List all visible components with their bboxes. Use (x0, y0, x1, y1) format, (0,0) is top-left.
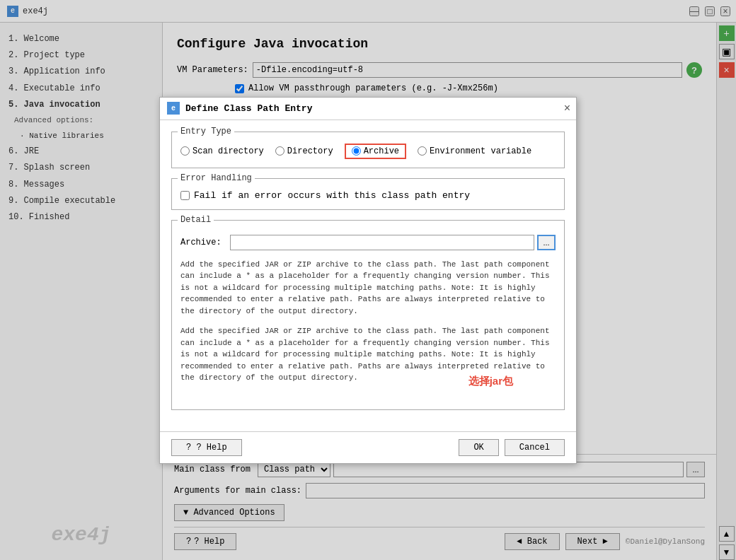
modal-footer: ? ? Help OK Cancel (160, 431, 576, 463)
radio-env-variable-input[interactable] (418, 146, 427, 156)
radio-scan-directory-label: Scan directory (192, 146, 264, 156)
entry-type-radio-row: Scan directory Directory Archive Environ… (180, 144, 556, 159)
radio-scan-directory-input[interactable] (180, 146, 190, 156)
error-handling-label: Fail if an error occurs with this class … (194, 190, 470, 201)
error-handling-section: Error Handling Fail if an error occurs w… (171, 178, 565, 210)
error-handling-checkbox[interactable] (180, 191, 190, 200)
modal-title: Define Class Path Entry (185, 103, 312, 114)
archive-input[interactable] (230, 235, 534, 250)
detail-section: Detail Archive: ... Add the specified JA… (171, 220, 565, 410)
modal-icon: e (167, 102, 180, 115)
archive-description: Add the specified JAR or ZIP archive to … (180, 259, 556, 317)
entry-type-legend: Entry Type (178, 127, 234, 136)
radio-env-variable[interactable]: Environment variable (418, 146, 531, 156)
error-handling-legend: Error Handling (178, 173, 255, 183)
detail-legend: Detail (178, 215, 214, 225)
modal-titlebar: e Define Class Path Entry × (160, 98, 576, 120)
radio-archive-label: Archive (364, 146, 399, 156)
radio-directory-label: Directory (287, 146, 333, 156)
modal-close-button[interactable]: × (564, 102, 570, 115)
radio-directory-input[interactable] (275, 146, 284, 156)
modal-overlay: e Define Class Path Entry × Entry Type S… (0, 0, 736, 560)
radio-archive-input[interactable] (352, 146, 361, 156)
modal-help-button[interactable]: ? ? Help (171, 439, 242, 456)
archive-label: Archive: (180, 238, 230, 247)
archive-row: Archive: ... (180, 235, 556, 250)
radio-scan-directory[interactable]: Scan directory (180, 146, 264, 156)
radio-directory[interactable]: Directory (275, 146, 333, 156)
modal-body: Entry Type Scan directory Directory Arch… (160, 120, 576, 431)
entry-type-section: Entry Type Scan directory Directory Arch… (171, 132, 565, 168)
modal-action-buttons: OK Cancel (459, 439, 565, 456)
modal-ok-button[interactable]: OK (459, 439, 498, 456)
chinese-annotation: 选择jar包 (468, 373, 513, 390)
archive-browse-button[interactable]: ... (537, 235, 556, 250)
modal-help-icon: ? (186, 443, 196, 453)
radio-env-variable-label: Environment variable (430, 146, 531, 156)
radio-archive[interactable]: Archive (345, 144, 406, 159)
modal-cancel-button[interactable]: Cancel (505, 439, 565, 456)
define-classpath-dialog: e Define Class Path Entry × Entry Type S… (159, 97, 577, 464)
